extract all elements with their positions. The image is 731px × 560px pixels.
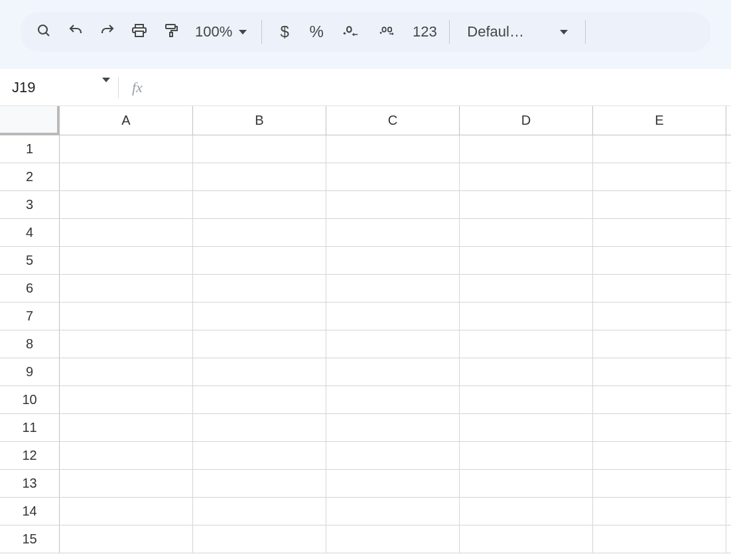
- cell[interactable]: [460, 358, 593, 385]
- cell[interactable]: [193, 498, 326, 525]
- cell[interactable]: [326, 135, 460, 163]
- cell[interactable]: [460, 303, 593, 330]
- cell[interactable]: [326, 442, 460, 469]
- cell[interactable]: [60, 275, 193, 302]
- cell[interactable]: [460, 498, 593, 525]
- cell[interactable]: [460, 275, 593, 302]
- cell[interactable]: [60, 247, 193, 274]
- cell[interactable]: [60, 414, 193, 441]
- cell[interactable]: [326, 414, 460, 441]
- column-header[interactable]: E: [593, 106, 726, 135]
- cell[interactable]: [593, 414, 726, 441]
- cell[interactable]: [326, 275, 460, 302]
- cell[interactable]: [593, 330, 726, 358]
- cell[interactable]: [593, 442, 726, 469]
- cell[interactable]: [460, 135, 593, 163]
- cell[interactable]: [593, 470, 726, 497]
- cell[interactable]: [60, 525, 193, 553]
- cell[interactable]: [326, 386, 460, 413]
- cell[interactable]: [60, 163, 193, 190]
- row-header[interactable]: 6: [0, 275, 60, 302]
- cell[interactable]: [460, 386, 593, 413]
- search-button[interactable]: [29, 17, 58, 46]
- cell[interactable]: [60, 386, 193, 413]
- row-header[interactable]: 3: [0, 191, 60, 218]
- print-button[interactable]: [125, 17, 154, 46]
- cell[interactable]: [593, 247, 726, 274]
- cell[interactable]: [326, 303, 460, 330]
- row-header[interactable]: 4: [0, 219, 60, 246]
- cell[interactable]: [60, 442, 193, 469]
- cell[interactable]: [60, 358, 193, 385]
- cell[interactable]: [193, 442, 326, 469]
- increase-decimal-button[interactable]: [369, 17, 405, 46]
- paint-format-button[interactable]: [157, 17, 186, 46]
- cell[interactable]: [326, 247, 460, 274]
- column-header[interactable]: A: [60, 106, 193, 135]
- cell[interactable]: [326, 219, 460, 246]
- cell[interactable]: [326, 163, 460, 190]
- decrease-decimal-button[interactable]: [334, 17, 367, 46]
- cell[interactable]: [326, 525, 460, 553]
- cell[interactable]: [60, 470, 193, 497]
- redo-button[interactable]: [93, 17, 122, 46]
- row-header[interactable]: 8: [0, 330, 60, 358]
- cell[interactable]: [593, 525, 726, 553]
- cell[interactable]: [593, 358, 726, 385]
- cell[interactable]: [60, 219, 193, 246]
- cell[interactable]: [193, 358, 326, 385]
- row-header[interactable]: 1: [0, 135, 60, 163]
- cell[interactable]: [326, 470, 460, 497]
- cell[interactable]: [193, 525, 326, 553]
- cell[interactable]: [593, 191, 726, 218]
- cell[interactable]: [460, 163, 593, 190]
- cell[interactable]: [460, 470, 593, 497]
- column-header[interactable]: B: [193, 106, 326, 135]
- cell[interactable]: [193, 414, 326, 441]
- more-formats-button[interactable]: 123: [408, 23, 441, 40]
- format-percent-button[interactable]: %: [302, 17, 331, 46]
- cell[interactable]: [593, 498, 726, 525]
- cell[interactable]: [193, 386, 326, 413]
- row-header[interactable]: 7: [0, 303, 60, 330]
- cell[interactable]: [193, 470, 326, 497]
- cell[interactable]: [60, 303, 193, 330]
- cell[interactable]: [593, 303, 726, 330]
- cell[interactable]: [593, 219, 726, 246]
- chevron-down-icon[interactable]: [102, 82, 110, 93]
- row-header[interactable]: 5: [0, 247, 60, 274]
- name-box[interactable]: J19: [12, 79, 118, 96]
- cell[interactable]: [193, 247, 326, 274]
- cell[interactable]: [193, 275, 326, 302]
- cell[interactable]: [460, 525, 593, 553]
- cell[interactable]: [460, 442, 593, 469]
- cell[interactable]: [193, 330, 326, 358]
- cell[interactable]: [60, 330, 193, 358]
- cell[interactable]: [460, 191, 593, 218]
- cell[interactable]: [460, 219, 593, 246]
- cell[interactable]: [326, 498, 460, 525]
- cell[interactable]: [326, 191, 460, 218]
- cell[interactable]: [326, 358, 460, 385]
- format-currency-button[interactable]: $: [270, 17, 299, 46]
- row-header[interactable]: 15: [0, 525, 60, 553]
- column-header[interactable]: D: [460, 106, 593, 135]
- row-header[interactable]: 11: [0, 414, 60, 441]
- cell[interactable]: [60, 498, 193, 525]
- cell[interactable]: [193, 135, 326, 163]
- cell[interactable]: [460, 247, 593, 274]
- cell[interactable]: [593, 275, 726, 302]
- cell[interactable]: [60, 191, 193, 218]
- column-header[interactable]: C: [326, 106, 460, 135]
- cell[interactable]: [593, 386, 726, 413]
- row-header[interactable]: 13: [0, 470, 60, 497]
- font-family-dropdown[interactable]: Defaul…: [458, 23, 577, 40]
- zoom-dropdown[interactable]: 100%: [188, 23, 253, 40]
- row-header[interactable]: 10: [0, 386, 60, 413]
- cell[interactable]: [326, 330, 460, 358]
- cell[interactable]: [60, 135, 193, 163]
- cell[interactable]: [593, 135, 726, 163]
- cell[interactable]: [593, 163, 726, 190]
- select-all-corner[interactable]: [0, 106, 60, 135]
- row-header[interactable]: 14: [0, 498, 60, 525]
